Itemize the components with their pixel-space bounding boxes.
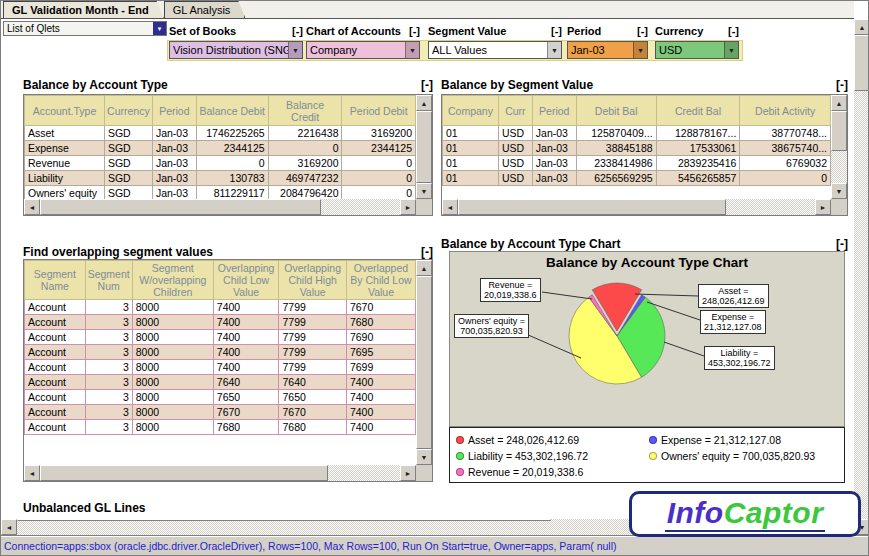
table-row[interactable]: Owners' equitySGDJan-0381122911720847964… [25, 186, 416, 200]
collapse-link[interactable]: [-] [421, 78, 433, 92]
scroll-down-icon[interactable]: ▼ [416, 449, 432, 465]
collapse-link[interactable]: [-] [637, 25, 648, 39]
segment-value-select[interactable]: ALL Values ▼ [428, 41, 562, 59]
qlet-list-dropdown[interactable]: List of Qlets ▼ [3, 21, 167, 36]
table-cell: 3 [85, 300, 132, 315]
period-select[interactable]: Jan-03 ▼ [567, 41, 648, 59]
table-row[interactable]: LiabilitySGDJan-031307834697472320 [25, 171, 416, 186]
table-row[interactable]: ExpenseSGDJan-03234412502344125 [25, 141, 416, 156]
collapse-link[interactable]: [-] [551, 25, 562, 39]
table-row[interactable]: Account38000740077997680 [25, 315, 416, 330]
column-header[interactable]: Curr [498, 96, 532, 126]
currency-select[interactable]: USD ▼ [655, 41, 739, 59]
table-row[interactable]: 01USDJan-03388451881753306138675740... [443, 141, 831, 156]
scroll-left-icon[interactable]: ◄ [24, 465, 40, 481]
column-header[interactable]: Period Debit [342, 96, 416, 126]
scrollbar-track[interactable] [416, 276, 432, 449]
column-header[interactable]: Segment Num [85, 261, 132, 300]
column-header[interactable]: Segment W/overlapping Children [132, 261, 213, 300]
column-header[interactable]: Currency [104, 96, 152, 126]
collapse-link[interactable]: [-] [836, 78, 848, 92]
tab-gl-validation-month-end[interactable]: GL Validation Month - End [3, 1, 164, 18]
column-header[interactable]: Overlapped By Child Low Value [346, 261, 415, 300]
chart-of-accounts-select[interactable]: Company ▼ [306, 41, 420, 59]
table-row[interactable]: Account38000764076407400 [25, 375, 416, 390]
horizontal-scrollbar[interactable]: ◄ ► [24, 465, 416, 481]
table-row[interactable]: 01USDJan-03625656929554562658570 [443, 171, 831, 186]
table-cell: Jan-03 [532, 171, 576, 186]
table-cell: Account [25, 300, 86, 315]
vertical-scrollbar[interactable]: ▲ ▼ [831, 95, 847, 199]
scroll-right-icon[interactable]: ► [400, 465, 416, 481]
table-row[interactable]: Account38000740077997670 [25, 300, 416, 315]
scrollbar-track[interactable] [40, 465, 400, 481]
column-header[interactable]: Period [532, 96, 576, 126]
column-header[interactable]: Account.Type [25, 96, 105, 126]
set-of-books-select[interactable]: Vision Distribution (SNG) ▼ [169, 41, 303, 59]
collapse-link[interactable]: [-] [292, 25, 303, 39]
scroll-down-icon[interactable]: ▼ [831, 183, 847, 199]
table-row[interactable]: 01USDJan-03125870409...128878167...38770… [443, 126, 831, 141]
scrollbar-thumb[interactable] [40, 465, 328, 481]
panel-title: Unbalanced GL Lines [23, 501, 145, 515]
column-header[interactable]: Balance Debit [196, 96, 268, 126]
table-row[interactable]: Account38000768076807400 [25, 420, 416, 435]
column-header[interactable]: Debit Bal [576, 96, 656, 126]
scroll-up-icon[interactable]: ▲ [416, 95, 432, 111]
table-cell: 2344125 [196, 141, 268, 156]
table-row[interactable]: Account38000765076507400 [25, 390, 416, 405]
table-row[interactable]: Account38000740077997699 [25, 360, 416, 375]
scrollbar-track[interactable] [831, 111, 847, 183]
table-row[interactable]: RevenueSGDJan-03031692000 [25, 156, 416, 171]
table-row[interactable]: Account38000740077997690 [25, 330, 416, 345]
vertical-scrollbar[interactable]: ▲ ▼ [416, 260, 432, 465]
scroll-left-icon[interactable]: ◄ [1, 519, 17, 535]
collapse-link[interactable]: [-] [421, 245, 433, 259]
scroll-up-icon[interactable]: ▲ [831, 95, 847, 111]
scroll-left-icon[interactable]: ◄ [24, 199, 40, 215]
scrollbar-thumb[interactable] [854, 35, 869, 91]
column-header[interactable]: Overlapping Child High Value [279, 261, 346, 300]
horizontal-scrollbar[interactable]: ◄ ► [442, 199, 831, 215]
table-cell: 01 [443, 156, 499, 171]
column-header[interactable]: Balance Credit [268, 96, 342, 126]
column-header[interactable]: Period [152, 96, 196, 126]
scrollbar-thumb[interactable] [416, 111, 432, 183]
scroll-up-icon[interactable]: ▲ [854, 19, 869, 35]
table-cell: 7799 [279, 315, 346, 330]
scrollbar-track[interactable] [416, 111, 432, 183]
panel-header-unbalanced-gl-lines: Unbalanced GL Lines [-] [23, 501, 668, 515]
scrollbar-track[interactable] [40, 199, 400, 215]
table-row[interactable]: Account38000767076707400 [25, 405, 416, 420]
scrollbar-thumb[interactable] [416, 276, 432, 449]
column-header[interactable]: Segment Name [25, 261, 86, 300]
scrollbar-track[interactable] [458, 199, 815, 215]
column-header[interactable]: Company [443, 96, 499, 126]
scroll-right-icon[interactable]: ► [815, 199, 831, 215]
column-header[interactable]: Overlapping Child Low Value [213, 261, 279, 300]
scroll-right-icon[interactable]: ► [400, 199, 416, 215]
find-overlapping-table: Segment NameSegment NumSegment W/overlap… [23, 259, 433, 482]
scroll-down-icon[interactable]: ▼ [416, 183, 432, 199]
collapse-link[interactable]: [-] [409, 25, 420, 39]
scroll-left-icon[interactable]: ◄ [442, 199, 458, 215]
column-header[interactable]: Debit Activity [740, 96, 831, 126]
vertical-scrollbar[interactable]: ▲ ▼ [416, 95, 432, 199]
table-row[interactable]: 01USDJan-03233841498628392354166769032 [443, 156, 831, 171]
main-vertical-scrollbar[interactable]: ▲ ▼ [854, 19, 869, 535]
table-row[interactable]: Account38000740077997695 [25, 345, 416, 360]
column-header[interactable]: Credit Bal [656, 96, 740, 126]
scrollbar-track[interactable] [854, 35, 869, 519]
scrollbar-thumb[interactable] [17, 519, 551, 521]
scrollbar-thumb[interactable] [831, 111, 847, 151]
collapse-link[interactable]: [-] [836, 237, 848, 251]
table-row[interactable]: AssetSGDJan-03174622526522164383169200 [25, 126, 416, 141]
tab-gl-analysis[interactable]: GL Analysis [164, 1, 246, 18]
horizontal-scrollbar[interactable]: ◄ ► [24, 199, 416, 215]
table-cell: SGD [104, 156, 152, 171]
scrollbar-thumb[interactable] [40, 199, 321, 215]
table-cell: Jan-03 [152, 171, 196, 186]
scroll-up-icon[interactable]: ▲ [416, 260, 432, 276]
scrollbar-thumb[interactable] [458, 199, 726, 215]
collapse-link[interactable]: [-] [728, 25, 739, 39]
